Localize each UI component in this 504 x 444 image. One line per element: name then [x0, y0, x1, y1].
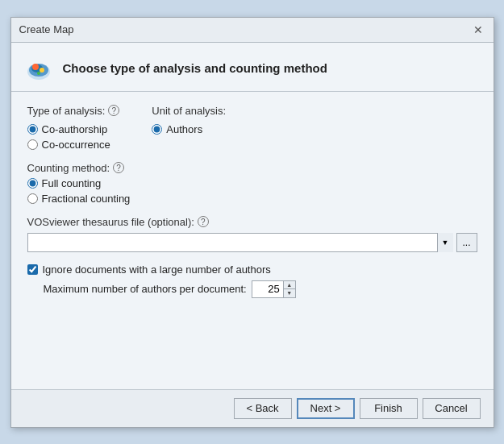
ignore-docs-checkbox[interactable] [27, 264, 38, 275]
radio-co-authorship[interactable]: Co-authorship [27, 123, 120, 135]
ignore-docs-section: Ignore documents with a large number of … [27, 263, 477, 298]
unit-of-analysis-label: Unit of analysis: [152, 105, 226, 117]
type-of-analysis-label: Type of analysis: ? [27, 105, 120, 117]
svg-point-3 [32, 64, 39, 70]
thesaurus-label: VOSviewer thesaurus file (optional): ? [27, 216, 477, 228]
radio-full-counting[interactable]: Full counting [27, 177, 477, 189]
finish-button[interactable]: Finish [360, 398, 418, 419]
counting-method-label: Counting method: ? [27, 162, 477, 174]
svg-point-5 [37, 72, 40, 75]
back-button[interactable]: < Back [234, 398, 292, 419]
thesaurus-browse-button[interactable]: ... [456, 233, 477, 252]
spinner-up-button[interactable]: ▲ [284, 281, 295, 289]
radio-fractional-counting[interactable]: Fractional counting [27, 193, 477, 205]
create-map-dialog: Create Map ✕ Choose type of analysis and… [10, 17, 494, 428]
thesaurus-input-wrapper: ▼ [27, 233, 453, 252]
dialog-title: Create Map [19, 23, 74, 35]
radio-authors[interactable]: Authors [152, 123, 226, 135]
thesaurus-dropdown-btn[interactable]: ▼ [437, 233, 453, 252]
cancel-button[interactable]: Cancel [423, 398, 481, 419]
counting-method-section: Counting method: ? Full counting Fractio… [27, 162, 477, 205]
title-bar: Create Map ✕ [11, 18, 494, 43]
vosviewer-icon [24, 54, 53, 83]
thesaurus-row: ▼ ... [27, 233, 477, 252]
unit-of-analysis-col: Unit of analysis: Authors [152, 105, 226, 151]
footer: < Back Next > Finish Cancel [11, 389, 494, 427]
spinner-down-button[interactable]: ▼ [284, 289, 295, 297]
next-button[interactable]: Next > [297, 398, 355, 419]
unit-of-analysis-radio-group: Authors [152, 123, 226, 135]
counting-method-help-icon[interactable]: ? [113, 162, 124, 173]
svg-point-4 [40, 68, 44, 73]
type-of-analysis-help-icon[interactable]: ? [108, 105, 119, 116]
thesaurus-help-icon[interactable]: ? [198, 216, 209, 227]
counting-method-radio-group: Full counting Fractional counting [27, 177, 477, 205]
title-bar-left: Create Map [19, 23, 74, 35]
type-of-analysis-col: Type of analysis: ? Co-authorship Co-occ… [27, 105, 120, 151]
close-button[interactable]: ✕ [471, 23, 485, 37]
thesaurus-section: VOSviewer thesaurus file (optional): ? ▼… [27, 216, 477, 252]
max-authors-input[interactable]: 25 [252, 280, 284, 298]
max-authors-row: Maximum number of authors per document: … [44, 280, 477, 298]
ignore-docs-checkbox-label[interactable]: Ignore documents with a large number of … [27, 263, 477, 276]
header-section: Choose type of analysis and counting met… [11, 43, 494, 92]
content-area: Type of analysis: ? Co-authorship Co-occ… [11, 92, 494, 389]
header-title: Choose type of analysis and counting met… [63, 61, 327, 75]
thesaurus-input[interactable] [27, 233, 453, 252]
radio-co-occurrence[interactable]: Co-occurrence [27, 139, 120, 151]
max-authors-spinner: 25 ▲ ▼ [252, 280, 296, 298]
type-of-analysis-radio-group: Co-authorship Co-occurrence [27, 123, 120, 151]
top-row: Type of analysis: ? Co-authorship Co-occ… [27, 105, 477, 151]
spinner-arrows: ▲ ▼ [284, 280, 296, 298]
